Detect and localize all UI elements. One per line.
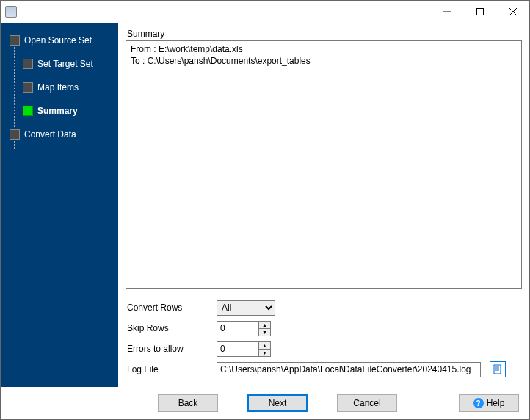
step-box-icon bbox=[10, 129, 20, 140]
step-box-icon bbox=[10, 35, 20, 46]
errors-allow-label: Errors to allow bbox=[126, 344, 217, 354]
svg-rect-4 bbox=[494, 365, 501, 374]
sidebar-item-label: Summary bbox=[37, 106, 78, 116]
step-box-icon bbox=[23, 82, 33, 93]
sidebar-item-label: Map Items bbox=[37, 82, 79, 93]
sidebar-item-label: Set Target Set bbox=[37, 59, 93, 69]
summary-textarea[interactable]: From : E:\work\temp\data.xls To : C:\Use… bbox=[126, 40, 522, 289]
help-icon: ? bbox=[473, 398, 484, 408]
log-file-label: Log File bbox=[126, 364, 217, 374]
help-button-label: Help bbox=[487, 398, 505, 408]
step-box-icon bbox=[23, 59, 33, 69]
log-file-input[interactable] bbox=[217, 362, 481, 377]
log-file-browse-button[interactable] bbox=[490, 361, 506, 377]
svg-rect-1 bbox=[476, 9, 483, 15]
errors-allow-stepper[interactable]: ▲ ▼ bbox=[217, 341, 271, 357]
section-heading: Summary bbox=[126, 29, 522, 39]
sidebar-item-set-target-set[interactable]: Set Target Set bbox=[1, 52, 118, 76]
help-button[interactable]: ? Help bbox=[459, 394, 519, 412]
errors-up-icon[interactable]: ▲ bbox=[259, 342, 270, 350]
sidebar-item-label: Convert Data bbox=[24, 129, 76, 140]
window-controls bbox=[430, 1, 529, 23]
maximize-button[interactable] bbox=[463, 1, 496, 23]
sidebar-item-label: Open Source Set bbox=[24, 35, 92, 46]
main-panel: Summary From : E:\work\temp\data.xls To … bbox=[118, 23, 529, 387]
cancel-button[interactable]: Cancel bbox=[337, 394, 397, 412]
minimize-button[interactable] bbox=[430, 1, 463, 23]
wizard-sidebar: Open Source Set Set Target Set Map Items… bbox=[1, 23, 118, 387]
document-icon bbox=[493, 364, 503, 374]
sidebar-item-open-source-set[interactable]: Open Source Set bbox=[1, 29, 118, 52]
skip-rows-down-icon[interactable]: ▼ bbox=[259, 329, 270, 336]
skip-rows-label: Skip Rows bbox=[126, 323, 217, 333]
app-window: Open Source Set Set Target Set Map Items… bbox=[0, 0, 530, 420]
back-button[interactable]: Back bbox=[158, 394, 218, 412]
errors-allow-input[interactable] bbox=[217, 342, 258, 356]
wizard-button-bar: Back Next Cancel ? Help bbox=[1, 387, 529, 419]
title-bar bbox=[1, 1, 529, 23]
sidebar-item-map-items[interactable]: Map Items bbox=[1, 76, 118, 99]
options-form: Convert Rows All Skip Rows ▲ bbox=[126, 297, 522, 380]
step-box-icon bbox=[23, 106, 33, 116]
skip-rows-input[interactable] bbox=[217, 322, 258, 336]
skip-rows-up-icon[interactable]: ▲ bbox=[259, 322, 270, 329]
skip-rows-stepper[interactable]: ▲ ▼ bbox=[217, 321, 271, 336]
next-button[interactable]: Next bbox=[247, 394, 308, 412]
close-button[interactable] bbox=[496, 1, 529, 23]
sidebar-item-convert-data[interactable]: Convert Data bbox=[1, 123, 118, 146]
errors-down-icon[interactable]: ▼ bbox=[259, 350, 270, 356]
sidebar-item-summary[interactable]: Summary bbox=[1, 99, 118, 123]
convert-rows-label: Convert Rows bbox=[126, 303, 217, 313]
app-icon bbox=[5, 6, 17, 18]
convert-rows-select[interactable]: All bbox=[217, 300, 275, 316]
